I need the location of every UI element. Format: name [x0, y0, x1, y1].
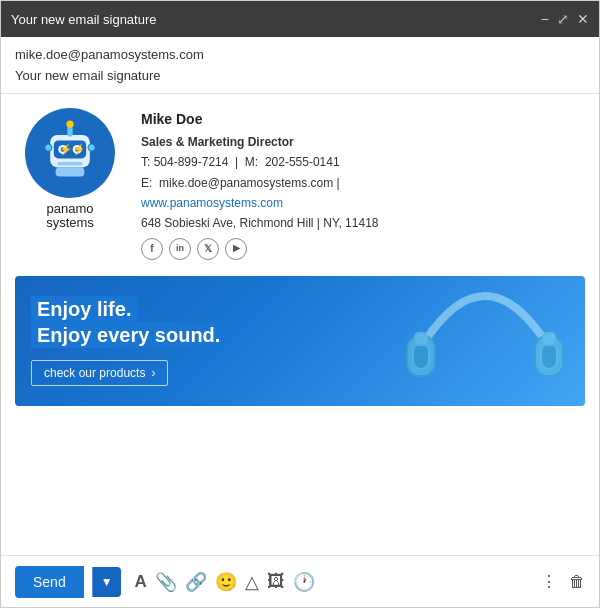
attachment-icon[interactable]: 📎	[155, 571, 177, 593]
email-window: Your new email signature − ⤢ ✕ mike.doe@…	[0, 0, 600, 608]
image-icon[interactable]: 🖼	[267, 571, 285, 592]
title-bar: Your new email signature − ⤢ ✕	[1, 1, 599, 37]
close-button[interactable]: ✕	[577, 11, 589, 27]
svg-point-10	[66, 121, 73, 128]
send-button[interactable]: Send	[15, 566, 84, 598]
send-dropdown-button[interactable]: ▼	[92, 567, 121, 597]
twitter-icon[interactable]: 𝕏	[197, 238, 219, 260]
logo-sub: systems	[46, 216, 94, 230]
svg-rect-17	[541, 343, 557, 369]
more-options-icon[interactable]: ⋮	[541, 572, 557, 591]
youtube-icon[interactable]: ▶	[225, 238, 247, 260]
toolbar-left: Send ▼ A 📎 🔗 🙂 △ 🖼 🕐	[15, 566, 315, 598]
signature-logo: ⚡ ⚡ panamo systems	[15, 108, 125, 231]
font-icon[interactable]: A	[135, 572, 147, 592]
signature-info: Mike Doe Sales & Marketing Director T: 5…	[141, 108, 378, 260]
email-from: mike.doe@panamosystems.com	[15, 47, 585, 62]
website-link[interactable]: www.panamosystems.com	[141, 196, 283, 210]
window-controls: − ⤢ ✕	[541, 11, 589, 27]
sig-email: E: mike.doe@panamosystems.com |	[141, 173, 378, 193]
cta-label: check our products	[44, 366, 145, 380]
email-body: ⚡ ⚡ panamo systems Mike Doe Sales & Mark…	[1, 94, 599, 555]
banner-line2: Enjoy every sound.	[31, 322, 226, 348]
svg-point-7	[88, 144, 95, 151]
banner-line1: Enjoy life.	[31, 296, 226, 322]
delete-icon[interactable]: 🗑	[569, 573, 585, 591]
banner: Enjoy life. Enjoy every sound. check our…	[15, 276, 585, 406]
sig-website: www.panamosystems.com	[141, 193, 378, 213]
minimize-button[interactable]: −	[541, 11, 549, 27]
email-meta: mike.doe@panamosystems.com Your new emai…	[1, 37, 599, 94]
sig-name: Mike Doe	[141, 108, 378, 132]
link-icon[interactable]: 🔗	[185, 571, 207, 593]
svg-text:⚡: ⚡	[72, 143, 86, 156]
email-subject: Your new email signature	[15, 68, 585, 83]
bottom-toolbar: Send ▼ A 📎 🔗 🙂 △ 🖼 🕐 ⋮ 🗑	[1, 555, 599, 607]
svg-rect-15	[413, 343, 429, 369]
facebook-icon[interactable]: f	[141, 238, 163, 260]
sig-phone: T: 504-899-7214 | M: 202-555-0141	[141, 152, 378, 172]
svg-point-6	[45, 144, 52, 151]
svg-rect-19	[543, 333, 555, 345]
logo-image: ⚡ ⚡	[25, 108, 115, 198]
cta-arrow-icon: ›	[151, 366, 155, 380]
sig-title: Sales & Marketing Director	[141, 132, 378, 152]
banner-headline: Enjoy life. Enjoy every sound.	[31, 296, 226, 348]
social-icons: f in 𝕏 ▶	[141, 238, 378, 260]
emoji-icon[interactable]: 🙂	[215, 571, 237, 593]
window-title: Your new email signature	[11, 12, 157, 27]
signature-card: ⚡ ⚡ panamo systems Mike Doe Sales & Mark…	[15, 108, 585, 260]
drive-icon[interactable]: △	[245, 571, 259, 593]
logo-name: panamo	[46, 202, 94, 216]
banner-text: Enjoy life. Enjoy every sound. check our…	[31, 296, 226, 386]
logo-text: panamo systems	[46, 202, 94, 231]
linkedin-icon[interactable]: in	[169, 238, 191, 260]
banner-image	[375, 276, 585, 406]
sig-address: 648 Sobieski Ave, Richmond Hill | NY, 11…	[141, 213, 378, 233]
maximize-button[interactable]: ⤢	[557, 11, 569, 27]
svg-rect-8	[57, 162, 82, 166]
cta-button[interactable]: check our products ›	[31, 360, 168, 386]
toolbar-right: ⋮ 🗑	[541, 572, 585, 591]
svg-rect-18	[415, 333, 427, 345]
schedule-icon[interactable]: 🕐	[293, 571, 315, 593]
svg-rect-11	[56, 167, 85, 176]
